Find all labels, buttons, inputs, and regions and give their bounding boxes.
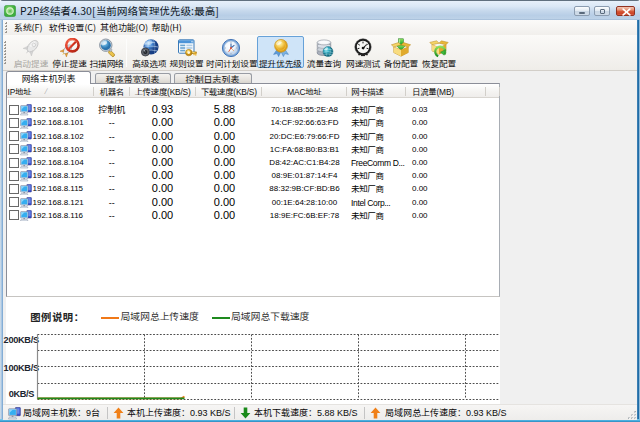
backup-config-button[interactable]: 备份配置 [382,36,420,68]
cell-upload: 0.00 [130,209,196,222]
toolbar: 启动提速 停止提速 扫描网络 高级选项 规则设置 时间计划设置 [3,35,637,71]
cell-download: 0.00 [196,182,254,195]
column-header[interactable]: 网卡描述 [347,84,406,98]
cell-name: -- [94,196,130,209]
magnifier-icon [97,38,117,58]
database-globe-icon [314,38,334,58]
status-section-label: 局域网主机数：9台 [23,405,100,421]
restore-config-button[interactable]: 恢复配置 [420,36,458,68]
maximize-button[interactable] [594,6,610,17]
row-checkbox[interactable] [9,184,19,194]
column-header-empty[interactable] [486,84,500,98]
stop-boost-button[interactable]: 停止提速 [51,36,88,68]
cell-ip: 192.168.8.121 [33,196,84,209]
globe-gear-icon [140,38,160,58]
tab-network-host-list[interactable]: 网络主机列表 [6,71,91,84]
cell-vendor: Intel Corp... [351,196,390,209]
row-checkbox[interactable] [9,144,19,154]
table-row[interactable]: 192.168.8.103 -- 0.00 0.00 1C:FA:68:B0:B… [7,143,499,156]
speed-test-button[interactable]: 网速测试 [344,36,382,68]
menu-item[interactable]: 软件设置(C) [49,20,96,35]
toolbar-button-label: 时间计划设置 [206,59,256,68]
rules-key-icon [177,38,197,58]
toolbar-grip[interactable] [4,41,7,65]
close-button[interactable] [616,6,636,17]
status-section-label: 局域网总上传速度：0.93 KB/S [385,405,507,421]
column-header[interactable]: 上传速度(KB/S) [130,84,196,98]
cell-download: 5.88 [196,103,254,116]
time-plan-button[interactable]: 时间计划设置 [205,36,257,68]
menu-item[interactable]: 帮助(H) [152,20,182,35]
row-checkbox[interactable] [9,105,19,115]
computer-icon [20,197,32,209]
cell-traffic: 0.00 [412,169,428,182]
list-rows: 192.168.8.108 控制机 0.93 5.88 70:18:8B:55:… [7,103,499,222]
medal-icon [271,38,291,58]
cell-ip: 192.168.8.115 [33,182,84,195]
menu-item[interactable]: 系统(F) [14,20,43,35]
row-checkbox[interactable] [9,131,19,141]
table-row[interactable]: 192.168.8.108 控制机 0.93 5.88 70:18:8B:55:… [7,103,499,116]
cell-download: 0.00 [196,196,254,209]
computer-icon [20,131,32,143]
menu-item[interactable]: 其他功能(O) [100,20,148,35]
computer-icon [20,118,32,130]
table-row[interactable]: 192.168.8.125 -- 0.00 0.00 08:9E:01:87:1… [7,169,499,182]
cell-mac: 1C:FA:68:B0:B3:B1 [262,143,347,156]
minimize-icon [579,12,585,15]
titlebar[interactable]: P2P终结者4.30[当前网络管理优先级:最高] [0,1,640,20]
toolbar-button-label: 备份配置 [383,59,419,68]
window-title: P2P终结者4.30[当前网络管理优先级:最高] [20,4,219,17]
row-checkbox[interactable] [9,158,19,168]
cell-download: 0.00 [196,156,254,169]
content-area: 网络主机列表 程序带宽列表 控制日志列表 IP地址 机器名 上传速度(KB/S)… [3,71,637,404]
row-checkbox[interactable] [9,210,19,220]
column-header[interactable]: 下载速度(KB/S) [196,84,263,98]
table-row[interactable]: 192.168.8.121 -- 0.00 0.00 00:1E:64:28:1… [7,196,499,209]
traffic-query-button[interactable]: 流量查询 [304,36,344,68]
minimize-button[interactable] [574,6,590,17]
column-header[interactable]: 日流量(MB) [406,84,486,98]
cell-traffic: 0.00 [412,209,428,222]
cell-mac: 18:9E:FC:6B:EF:78 [262,209,347,222]
column-header[interactable]: IP地址 [7,84,94,98]
menubar-grip[interactable] [5,22,8,33]
cell-download: 0.00 [196,169,254,182]
column-header[interactable]: 机器名 [94,84,130,98]
column-header[interactable]: MAC地址 [262,84,347,98]
row-checkbox[interactable] [9,171,19,181]
scan-network-button[interactable]: 扫描网络 [88,36,125,68]
row-checkbox[interactable] [9,197,19,207]
cell-download: 0.00 [196,116,254,129]
table-row[interactable]: 192.168.8.102 -- 0.00 0.00 20:DC:E6:79:6… [7,130,499,143]
host-list: IP地址 机器名 上传速度(KB/S) 下载速度(KB/S) MAC地址 网卡描… [6,83,500,297]
cell-vendor: FreeComm D... [351,156,405,169]
cell-mac: 88:32:9B:CF:BD:B6 [262,182,347,195]
rules-settings-button[interactable]: 规则设置 [168,36,205,68]
list-header: IP地址 机器名 上传速度(KB/S) 下载速度(KB/S) MAC地址 网卡描… [7,84,499,98]
cell-name: -- [94,156,130,169]
advanced-options-button[interactable]: 高级选项 [131,36,168,68]
status-section-label: 本机上传速度：0.93 KB/S [127,405,231,421]
cell-ip: 192.168.8.108 [33,103,84,116]
toolbar-button-label: 提升优先级 [258,59,303,68]
start-boost-button[interactable]: 启动提速 [11,36,51,68]
raise-priority-button[interactable]: 提升优先级 [257,36,304,68]
p2p-terminator-logo [4,5,16,17]
table-row[interactable]: 192.168.8.115 -- 0.00 0.00 88:32:9B:CF:B… [7,182,499,195]
table-row[interactable]: 192.168.8.104 -- 0.00 0.00 D8:42:AC:C1:B… [7,156,499,169]
cell-traffic: 0.00 [412,196,428,209]
cell-vendor: 未知厂商 [351,103,384,116]
maximize-icon [600,9,605,14]
cell-name: -- [94,143,130,156]
cell-traffic: 0.00 [412,130,428,143]
resize-grip[interactable] [627,410,637,420]
cell-mac: 20:DC:E6:79:66:FD [262,130,347,143]
cell-upload: 0.00 [130,169,196,182]
toolbar-button-label: 高级选项 [132,59,167,68]
table-row[interactable]: 192.168.8.116 -- 0.00 0.00 18:9E:FC:6B:E… [7,209,499,222]
status-separator [234,407,235,419]
table-row[interactable]: 192.168.8.101 -- 0.00 0.00 14:CF:92:66:6… [7,116,499,129]
cell-ip: 192.168.8.104 [33,156,84,169]
row-checkbox[interactable] [9,118,19,128]
